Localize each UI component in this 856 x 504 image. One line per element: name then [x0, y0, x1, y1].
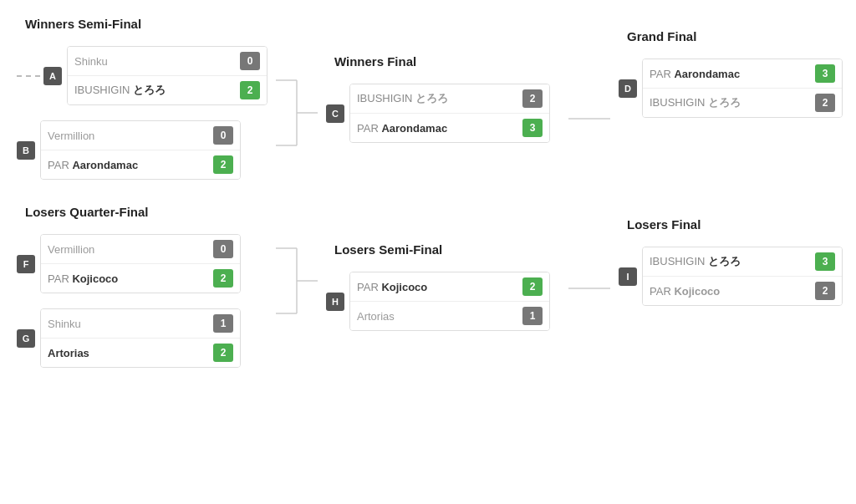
match-a-p2: IBUSHIGIN とろろ 2	[68, 76, 267, 104]
lsf-title: Losers Semi-Final	[326, 242, 568, 257]
match-b-p1-name: Vermillion	[48, 130, 206, 142]
match-d-wrapper: D PAR Aarondamac 3 IBUSHIGIN とろろ 2	[619, 59, 856, 118]
match-i-p2-score: 2	[815, 282, 835, 300]
match-i-p1: IBUSHIGIN とろろ 3	[643, 247, 842, 277]
match-b-box: Vermillion 0 PAR Aarondamac 2	[40, 120, 241, 180]
match-f-p2: PAR Kojicoco 2	[41, 264, 240, 293]
match-h-p1: PAR Kojicoco 2	[350, 272, 549, 302]
match-i-box: IBUSHIGIN とろろ 3 PAR Kojicoco 2	[642, 247, 843, 306]
match-c-label: C	[326, 104, 344, 123]
match-a-p1-score: 0	[240, 52, 260, 70]
match-d-p1-name: PAR Aarondamac	[650, 68, 808, 80]
match-c-p2-name: PAR Aarondamac	[357, 122, 516, 135]
match-h-p1-score: 2	[522, 277, 543, 296]
match-c-box: IBUSHIGIN とろろ 2 PAR Aarondamac 3	[349, 84, 550, 143]
match-h-p1-name: PAR Kojicoco	[357, 281, 516, 293]
match-i-label: I	[619, 267, 637, 286]
match-g-p1-score: 1	[213, 314, 233, 333]
winners-semi-final-col: Winners Semi-Final A Shinku	[17, 17, 276, 180]
grand-final-col: Grand Final D PAR Aarondamac 3 IBUSHIGIN…	[610, 29, 856, 118]
lqf-matches: F Vermillion 0 PAR Kojicoco 2	[17, 234, 276, 368]
conn-lqf-lsf	[276, 230, 318, 368]
match-h-box: PAR Kojicoco 2 Artorias 1	[349, 272, 550, 331]
match-c-p2-score: 3	[522, 119, 543, 137]
match-h-p2-score: 1	[522, 307, 543, 325]
conn-wf-gf	[568, 100, 610, 180]
match-d-label: D	[619, 79, 637, 98]
wsf-title: Winners Semi-Final	[17, 17, 276, 31]
top-row: Winners Semi-Final A Shinku	[17, 17, 839, 180]
match-c-wrapper: C IBUSHIGIN とろろ 2 PAR Aarondamac 3	[326, 84, 568, 143]
match-g-p2: Artorias 2	[41, 339, 240, 367]
conn-lsf-lf-svg	[568, 270, 610, 303]
match-d-p2: IBUSHIGIN とろろ 2	[643, 89, 842, 117]
match-f-p1-name: Vermillion	[48, 243, 206, 256]
gf-matches: D PAR Aarondamac 3 IBUSHIGIN とろろ 2	[619, 59, 856, 118]
match-a-p1-name: Shinku	[74, 55, 233, 68]
match-i-p1-name: IBUSHIGIN とろろ	[650, 254, 808, 269]
match-h-wrapper: H PAR Kojicoco 2 Artorias 1	[326, 272, 568, 331]
losers-semi-final-col: Losers Semi-Final H PAR Kojicoco 2 Artor…	[318, 242, 568, 331]
match-i-p2: PAR Kojicoco 2	[643, 277, 842, 305]
match-c-p1-name: IBUSHIGIN とろろ	[357, 91, 516, 106]
match-f-p2-name: PAR Kojicoco	[48, 272, 206, 285]
conn-wsf-wf	[276, 62, 318, 180]
match-d-p1: PAR Aarondamac 3	[643, 59, 842, 89]
match-a-p1: Shinku 0	[68, 47, 267, 76]
lf-matches: I IBUSHIGIN とろろ 3 PAR Kojicoco 2	[619, 247, 856, 306]
match-f-p1: Vermillion 0	[41, 235, 240, 264]
match-a-label: A	[43, 67, 62, 85]
lqf-title: Losers Quarter-Final	[17, 205, 276, 219]
conn-lqf-lsf-svg	[276, 230, 318, 330]
lf-title: Losers Final	[619, 217, 856, 232]
match-i-p1-score: 3	[815, 252, 835, 271]
match-c-p2: PAR Aarondamac 3	[350, 114, 549, 142]
lsf-matches: H PAR Kojicoco 2 Artorias 1	[326, 272, 568, 331]
bracket: Winners Semi-Final A Shinku	[17, 17, 839, 368]
match-a-wrapper: A Shinku 0 IBUSHIGIN とろろ 2	[17, 46, 276, 105]
match-g-box: Shinku 1 Artorias 2	[40, 308, 241, 368]
match-b-label: B	[17, 141, 35, 160]
match-d-p2-score: 2	[815, 94, 835, 112]
conn-wsf-wf-svg	[276, 62, 318, 162]
wf-matches: C IBUSHIGIN とろろ 2 PAR Aarondamac 3	[326, 84, 568, 143]
wsf-matches: A Shinku 0 IBUSHIGIN とろろ 2	[17, 46, 276, 180]
match-h-label: H	[326, 293, 344, 311]
match-g-p2-name: Artorias	[48, 347, 206, 359]
match-f-box: Vermillion 0 PAR Kojicoco 2	[40, 234, 241, 293]
conn-wf-gf-svg	[568, 100, 610, 134]
match-g-p1: Shinku 1	[41, 309, 240, 339]
match-b-wrapper: B Vermillion 0 PAR Aarondamac 2	[17, 120, 276, 180]
match-f-p2-score: 2	[213, 269, 233, 288]
bottom-row: Losers Quarter-Final F Vermillion 0 PAR …	[17, 205, 839, 368]
match-a-p2-score: 2	[240, 81, 260, 99]
match-c-p1: IBUSHIGIN とろろ 2	[350, 84, 549, 114]
match-b-p1-score: 0	[213, 126, 233, 145]
match-h-p2-name: Artorias	[357, 310, 516, 323]
match-d-p1-score: 3	[815, 64, 835, 83]
match-a-box: Shinku 0 IBUSHIGIN とろろ 2	[67, 46, 268, 105]
match-c-p1-score: 2	[522, 89, 543, 108]
match-i-p2-name: PAR Kojicoco	[650, 285, 808, 298]
match-f-p1-score: 0	[213, 240, 233, 258]
match-g-p1-name: Shinku	[48, 318, 206, 330]
match-g-wrapper: G Shinku 1 Artorias 2	[17, 308, 276, 368]
winners-final-col: Winners Final C IBUSHIGIN とろろ 2 PAR Aaro…	[318, 54, 568, 143]
match-g-label: G	[17, 329, 35, 348]
match-f-label: F	[17, 255, 35, 273]
match-g-p2-score: 2	[213, 344, 233, 362]
match-f-wrapper: F Vermillion 0 PAR Kojicoco 2	[17, 234, 276, 293]
match-b-p2-name: PAR Aarondamac	[48, 159, 206, 171]
match-i-wrapper: I IBUSHIGIN とろろ 3 PAR Kojicoco 2	[619, 247, 856, 306]
match-b-p2-score: 2	[213, 155, 233, 174]
match-b-p1: Vermillion 0	[41, 121, 240, 150]
match-b-p2: PAR Aarondamac 2	[41, 150, 240, 179]
losers-quarter-final-col: Losers Quarter-Final F Vermillion 0 PAR …	[17, 205, 276, 368]
wf-title: Winners Final	[326, 54, 568, 69]
match-h-p2: Artorias 1	[350, 302, 549, 330]
match-d-p2-name: IBUSHIGIN とろろ	[650, 95, 808, 110]
match-a-p2-name: IBUSHIGIN とろろ	[74, 83, 233, 98]
gf-title: Grand Final	[619, 29, 856, 43]
losers-final-col: Losers Final I IBUSHIGIN とろろ 3 PAR Kojic…	[610, 217, 856, 306]
conn-lsf-lf	[568, 270, 610, 368]
